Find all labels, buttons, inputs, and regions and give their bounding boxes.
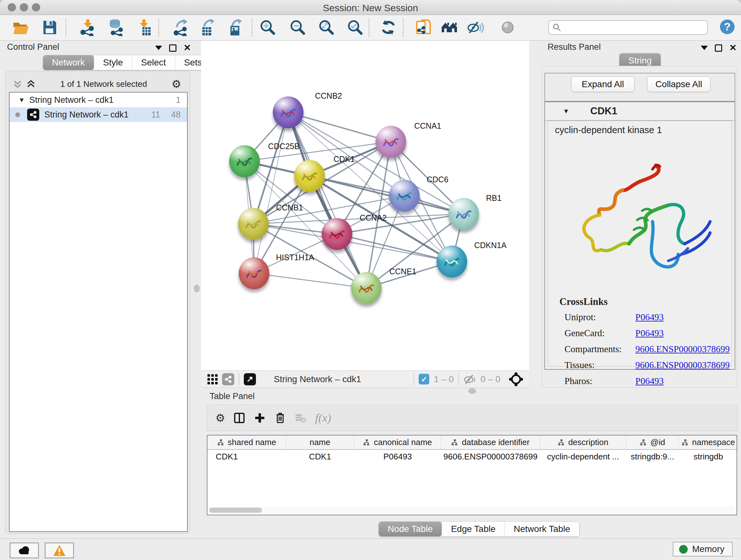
network-node-rb1[interactable] — [448, 198, 479, 230]
network-badge-icon[interactable] — [222, 373, 234, 385]
float-panel-icon[interactable] — [169, 44, 177, 52]
crosslink-link[interactable]: P06493 — [635, 312, 664, 322]
delete-column-icon[interactable] — [274, 412, 286, 424]
footer-separator — [239, 373, 239, 386]
refresh-icon[interactable] — [380, 19, 397, 36]
help-icon[interactable]: ? — [719, 18, 736, 36]
warnings-button[interactable] — [45, 543, 74, 558]
search-input[interactable] — [561, 22, 703, 33]
table-options-gear-icon[interactable]: ⚙ — [215, 413, 225, 423]
network-node-ccnb1[interactable] — [238, 208, 269, 240]
network-node-ccne1[interactable] — [351, 272, 382, 304]
show-columns-icon[interactable] — [233, 412, 246, 424]
network-row[interactable]: String Network – cdk1 11 48 — [10, 107, 187, 122]
import-network-database-icon[interactable] — [108, 19, 125, 36]
table-cell[interactable]: 9606.ENSP00000378699 — [441, 450, 540, 463]
crosslink-row: Uniprot:P06493 — [564, 312, 725, 322]
memory-button[interactable]: Memory — [673, 542, 733, 557]
crosslink-link[interactable]: P06493 — [635, 328, 664, 338]
clone-network-icon[interactable] — [415, 19, 432, 36]
export-network-icon[interactable] — [172, 19, 190, 36]
network-canvas[interactable]: CCNB2CCNA1CDC25BCDK1CDC6RB1CCNB1CCNA2CDK… — [201, 41, 529, 370]
column-header-description[interactable]: description — [540, 435, 626, 449]
network-node-ccnb2[interactable] — [273, 97, 304, 128]
network-collection-row[interactable]: ▼ String Network – cdk1 1 — [10, 92, 187, 107]
float-panel-icon[interactable] — [715, 44, 722, 52]
column-header-database-identifier[interactable]: database identifier — [441, 435, 540, 449]
protein-structure-thumbnail — [394, 186, 414, 207]
selected-checkbox-icon[interactable]: ✓ — [419, 374, 429, 384]
column-header-name[interactable]: name — [286, 435, 354, 449]
zoom-selected-icon[interactable] — [347, 19, 364, 36]
table-cell[interactable]: stringdb:9... — [626, 450, 679, 463]
vertical-splitter-handle[interactable] — [194, 285, 199, 292]
table-cell[interactable]: stringdb — [679, 450, 738, 463]
zoom-out-icon[interactable] — [289, 19, 307, 36]
network-node-ccna1[interactable] — [376, 126, 406, 158]
table-cell[interactable]: cyclin-dependent ... — [540, 450, 626, 463]
detach-view-icon[interactable]: ↗ — [244, 373, 256, 385]
zoom-fit-icon[interactable] — [318, 19, 335, 36]
add-column-icon[interactable] — [254, 412, 266, 424]
import-network-file-icon[interactable] — [79, 19, 96, 36]
node-label-cdk1: CDK1 — [333, 154, 355, 164]
panel-menu-icon[interactable] — [155, 46, 162, 50]
export-image-icon[interactable] — [227, 19, 245, 36]
hidden-count: 0 – 0 — [481, 374, 500, 384]
save-session-icon[interactable] — [41, 19, 58, 36]
protein-structure-thumbnail — [381, 132, 401, 153]
crosslink-link[interactable]: P06493 — [635, 376, 664, 386]
table-cell[interactable]: P06493 — [354, 450, 441, 463]
node-label-rb1: RB1 — [486, 193, 502, 203]
collapse-all-icon[interactable] — [13, 79, 22, 89]
hide-show-icon[interactable] — [467, 19, 484, 36]
bird-eye-view-icon[interactable] — [499, 19, 516, 36]
horizontal-splitter-handle[interactable] — [468, 388, 476, 394]
expand-all-icon[interactable] — [26, 79, 36, 89]
column-header-shared-name[interactable]: shared name — [207, 435, 286, 449]
network-node-cdc6[interactable] — [389, 180, 420, 212]
selected-count: 1 – 0 — [434, 374, 454, 384]
network-node-hist1h1a[interactable] — [239, 257, 269, 289]
network-node-ccna2[interactable] — [322, 218, 352, 250]
close-panel-icon[interactable]: ✕ — [729, 44, 737, 52]
tab-network[interactable]: Network — [43, 55, 94, 70]
open-session-icon[interactable] — [12, 19, 29, 36]
crosslink-link[interactable]: 9606.ENSP00000378699 — [635, 344, 730, 354]
column-type-icon — [557, 439, 565, 446]
tab-network-table[interactable]: Network Table — [505, 522, 579, 537]
table-cell[interactable]: CDK1 — [286, 450, 354, 463]
collection-expander-icon[interactable]: ▼ — [18, 97, 25, 104]
column-header--id[interactable]: @id — [626, 435, 679, 449]
panel-menu-icon[interactable] — [701, 46, 708, 50]
gene-expander-icon[interactable]: ▼ — [563, 108, 569, 115]
zoom-in-icon[interactable] — [259, 19, 276, 36]
tab-select[interactable]: Select — [132, 55, 175, 70]
collapse-all-button[interactable]: Collapse All — [647, 77, 711, 92]
home-networks-icon[interactable] — [441, 19, 458, 36]
network-options-gear-icon[interactable]: ⚙ — [172, 78, 181, 89]
fit-content-crosshair-icon[interactable] — [509, 372, 523, 387]
network-node-cdc25b[interactable] — [229, 145, 260, 177]
tab-edge-table[interactable]: Edge Table — [442, 522, 505, 537]
export-table-icon[interactable] — [200, 19, 217, 36]
close-panel-icon[interactable]: ✕ — [184, 44, 191, 52]
table-cell[interactable]: CDK1 — [207, 450, 286, 463]
crosslink-link[interactable]: 9606.ENSP00000378699 — [635, 360, 730, 370]
column-header-canonical-name[interactable]: canonical name — [354, 435, 441, 449]
tab-node-table[interactable]: Node Table — [379, 522, 442, 537]
cloud-button[interactable] — [10, 543, 39, 558]
network-node-cdk1[interactable] — [294, 160, 325, 192]
tab-style[interactable]: Style — [94, 55, 132, 70]
network-node-cdkn1a[interactable] — [436, 246, 467, 277]
status-bar: Memory — [0, 538, 741, 560]
table-horizontal-scrollbar[interactable] — [208, 507, 736, 514]
footer-separator — [414, 373, 414, 386]
title-bar: Session: New Session — [0, 0, 741, 15]
expand-all-button[interactable]: Expand All — [571, 77, 634, 92]
grid-view-icon[interactable] — [207, 374, 218, 385]
table-row[interactable]: CDK1CDK1P064939606.ENSP00000378699cyclin… — [207, 450, 737, 463]
import-table-icon[interactable] — [135, 19, 152, 36]
column-header-namespace[interactable]: namespace — [679, 435, 738, 449]
protein-structure-image — [567, 156, 717, 287]
